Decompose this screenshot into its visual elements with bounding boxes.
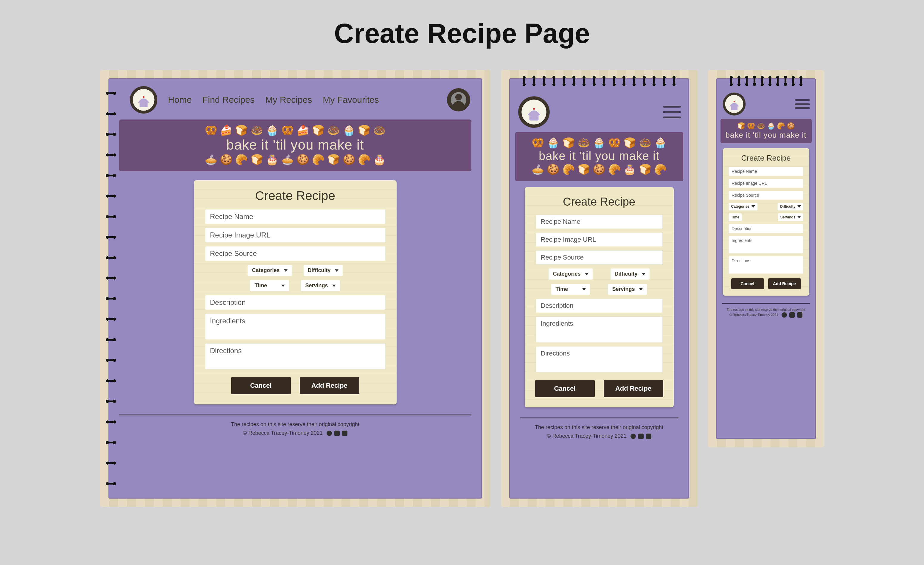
footer-disclaimer: The recipes on this site reserve their o…	[719, 307, 813, 313]
chevron-down-icon	[332, 285, 336, 287]
ingredients-input[interactable]: Ingredients	[729, 236, 803, 253]
tagline: bake it 'til you make it	[520, 149, 678, 163]
github-icon[interactable]	[782, 312, 787, 318]
user-icon	[451, 92, 466, 108]
github-icon[interactable]	[630, 433, 636, 439]
spiral-binding	[104, 90, 117, 487]
directions-input[interactable]: Directions	[205, 343, 385, 369]
description-input[interactable]: Description	[536, 299, 662, 313]
servings-select[interactable]: Servings	[778, 213, 803, 221]
recipe-name-input[interactable]: Recipe Name	[729, 167, 803, 176]
logo[interactable]	[722, 92, 746, 116]
github-icon[interactable]	[327, 431, 332, 436]
banner: 🥨 🍰 🍞 🍩 🧁 🥨 🍰 🍞 🍩 🧁 🍞 🍩 bake it 'til you…	[119, 120, 471, 171]
chevron-down-icon	[335, 270, 339, 272]
difficulty-select[interactable]: Difficulty	[778, 202, 803, 210]
create-recipe-card: Create Recipe Recipe Name Recipe Image U…	[194, 180, 397, 405]
time-select[interactable]: Time	[250, 280, 289, 291]
nav-find-recipes[interactable]: Find Recipes	[202, 95, 255, 105]
banner: 🍞 🥨 🍩 🧁 🥐 🍪 bake it 'til you make it	[720, 119, 812, 143]
recipe-image-url-input[interactable]: Recipe Image URL	[536, 233, 662, 246]
pastry-icons-top: 🥨 🧁 🍞 🍩 🧁 🥨 🍞 🍩 🧁	[520, 136, 678, 149]
svg-point-3	[143, 96, 144, 98]
pastry-icons-top: 🥨 🍰 🍞 🍩 🧁 🥨 🍰 🍞 🍩 🧁 🍞 🍩	[124, 124, 466, 137]
recipe-image-url-input[interactable]: Recipe Image URL	[205, 228, 385, 242]
nav-my-favourites[interactable]: My Favourites	[323, 95, 379, 105]
account-avatar[interactable]	[447, 88, 470, 111]
cancel-button[interactable]: Cancel	[535, 380, 595, 397]
create-recipe-card: Create Recipe Recipe Name Recipe Image U…	[525, 187, 674, 408]
recipe-image-url-input[interactable]: Recipe Image URL	[729, 179, 803, 188]
categories-select[interactable]: Categories	[549, 268, 592, 280]
description-input[interactable]: Description	[205, 295, 385, 310]
footer-credit: © Rebecca Tracey-Timoney 2021	[243, 430, 323, 436]
recipe-source-input[interactable]: Recipe Source	[205, 246, 385, 261]
add-recipe-button[interactable]: Add Recipe	[604, 380, 663, 397]
ingredients-input[interactable]: Ingredients	[205, 314, 385, 339]
topbar	[716, 88, 816, 117]
pastry-icons-bottom: 🥧 🍪 🥐 🍞 🍪 🥐 🎂 🍞 🥐	[520, 163, 678, 176]
hamburger-menu[interactable]	[795, 99, 810, 109]
hamburger-menu[interactable]	[663, 106, 681, 118]
footer: The recipes on this site reserve their o…	[509, 422, 689, 442]
logo[interactable]	[129, 85, 158, 114]
recipe-name-input[interactable]: Recipe Name	[536, 215, 662, 229]
chevron-down-icon	[585, 273, 588, 275]
chat-icon[interactable]	[789, 312, 795, 318]
footer-credit: © Rebecca Tracey-Timoney 2021	[547, 433, 627, 439]
time-select[interactable]: Time	[729, 213, 742, 221]
difficulty-select[interactable]: Difficulty	[304, 265, 343, 276]
categories-select[interactable]: Categories	[248, 265, 291, 276]
cancel-button[interactable]: Cancel	[231, 377, 291, 394]
divider	[119, 415, 471, 415]
footer-disclaimer: The recipes on this site reserve their o…	[512, 423, 686, 432]
recipe-source-input[interactable]: Recipe Source	[536, 250, 662, 264]
description-input[interactable]: Description	[729, 224, 803, 233]
logo[interactable]	[518, 96, 550, 129]
add-recipe-button[interactable]: Add Recipe	[768, 278, 801, 289]
spiral-binding	[521, 74, 677, 87]
mockup-tablet: 🥨 🧁 🍞 🍩 🧁 🥨 🍞 🍩 🧁 bake it 'til you make …	[501, 70, 698, 507]
cancel-button[interactable]: Cancel	[731, 278, 764, 289]
add-recipe-button[interactable]: Add Recipe	[300, 377, 359, 394]
chat-icon[interactable]	[638, 433, 644, 439]
footer: The recipes on this site reserve their o…	[108, 419, 482, 439]
linkedin-icon[interactable]	[797, 312, 802, 318]
linkedin-icon[interactable]	[646, 433, 651, 439]
footer-credit: © Rebecca Tracey-Timoney 2021	[729, 313, 778, 316]
page-title: Create Recipe Page	[0, 18, 924, 49]
form-heading: Create Recipe	[205, 189, 385, 203]
tagline: bake it 'til you make it	[723, 130, 808, 140]
recipe-source-input[interactable]: Recipe Source	[729, 191, 803, 200]
chevron-down-icon	[752, 205, 755, 208]
linkedin-icon[interactable]	[342, 431, 347, 436]
ingredients-input[interactable]: Ingredients	[536, 317, 662, 342]
recipe-name-input[interactable]: Recipe Name	[205, 210, 385, 224]
svg-point-11	[733, 101, 735, 102]
difficulty-select[interactable]: Difficulty	[610, 268, 650, 280]
time-select[interactable]: Time	[551, 284, 590, 295]
svg-rect-2	[140, 102, 147, 107]
pastry-icons-bottom: 🥧 🍪 🥐 🍞 🎂 🥧 🍪 🥐 🍞 🍪 🥐 🎂	[124, 153, 466, 166]
topbar	[509, 90, 689, 130]
categories-select[interactable]: Categories	[729, 202, 758, 210]
banner: 🥨 🧁 🍞 🍩 🧁 🥨 🍞 🍩 🧁 bake it 'til you make …	[515, 132, 683, 181]
footer: The recipes on this site reserve their o…	[716, 306, 816, 319]
svg-point-7	[533, 108, 535, 110]
chevron-down-icon	[797, 205, 801, 208]
servings-select[interactable]: Servings	[301, 280, 340, 291]
svg-rect-10	[730, 106, 737, 110]
servings-select[interactable]: Servings	[608, 284, 646, 295]
tagline: bake it 'til you make it	[124, 137, 466, 153]
nav-my-recipes[interactable]: My Recipes	[266, 95, 312, 105]
directions-input[interactable]: Directions	[729, 256, 803, 274]
chevron-down-icon	[582, 288, 586, 291]
chat-icon[interactable]	[334, 431, 340, 436]
chevron-down-icon	[639, 288, 643, 291]
divider	[722, 303, 810, 304]
nav-home[interactable]: Home	[168, 95, 192, 105]
chevron-down-icon	[642, 273, 645, 275]
directions-input[interactable]: Directions	[536, 346, 662, 372]
chevron-down-icon	[284, 270, 288, 272]
mockup-mobile: 🍞 🥨 🍩 🧁 🥐 🍪 bake it 'til you make it Cre…	[708, 70, 824, 447]
